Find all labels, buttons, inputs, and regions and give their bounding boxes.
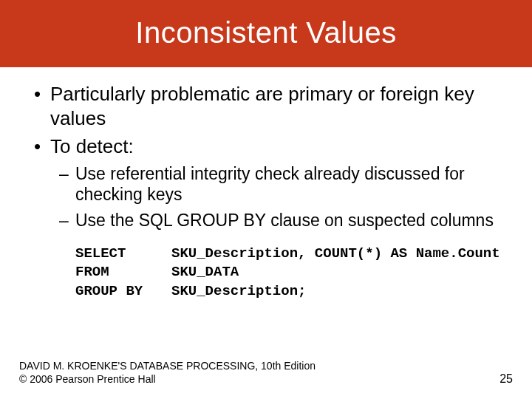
bullet-item: To detect: Use referential integrity che… (30, 134, 502, 301)
sql-keyword: SELECT (75, 245, 171, 264)
bullet-list: Particularly problematic are primary or … (30, 82, 502, 301)
sub-bullet-item: Use the SQL GROUP BY clause on suspected… (53, 210, 502, 231)
title-bar: Inconsistent Values (0, 0, 532, 67)
sub-bullet-list: Use referential integrity check already … (53, 163, 502, 231)
bullet-item: Particularly problematic are primary or … (30, 82, 502, 130)
content-area: Particularly problematic are primary or … (0, 67, 532, 301)
sql-rest: SKU_DATA (171, 263, 239, 282)
sql-rest: SKU_Description, COUNT(*) AS Name.Count (171, 245, 500, 264)
code-line: GROUP BY SKU_Description; (75, 282, 502, 301)
sql-rest: SKU_Description; (171, 282, 306, 301)
slide-title: Inconsistent Values (7, 16, 525, 50)
page-number: 25 (499, 372, 513, 386)
footer-line2: © 2006 Pearson Prentice Hall (19, 373, 316, 386)
footer-attribution: DAVID M. KROENKE'S DATABASE PROCESSING, … (19, 360, 316, 386)
sub-bullet-item: Use referential integrity check already … (53, 163, 502, 206)
code-line: SELECT SKU_Description, COUNT(*) AS Name… (75, 245, 502, 264)
slide: Inconsistent Values Particularly problem… (0, 0, 532, 399)
code-line: FROM SKU_DATA (75, 263, 502, 282)
footer: DAVID M. KROENKE'S DATABASE PROCESSING, … (19, 360, 513, 386)
sql-keyword: FROM (75, 263, 171, 282)
sql-keyword: GROUP BY (75, 282, 171, 301)
footer-line1: DAVID M. KROENKE'S DATABASE PROCESSING, … (19, 360, 316, 373)
bullet-text: To detect: (50, 135, 134, 157)
sql-code-block: SELECT SKU_Description, COUNT(*) AS Name… (75, 245, 502, 301)
